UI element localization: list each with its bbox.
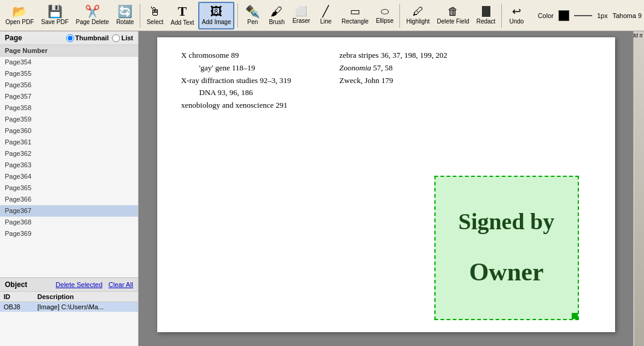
page-item[interactable]: Page358	[0, 102, 138, 114]
object-col-id: ID	[0, 292, 34, 302]
delete-selected-button[interactable]: Delete Selected	[55, 281, 102, 288]
object-id-cell: OBJ8	[0, 302, 34, 312]
object-col-description: Description	[34, 292, 138, 302]
pdf-area[interactable]: X chromosome 89 'gay' gene 118–19 X-ray …	[139, 31, 633, 346]
signature-line2: Owner	[469, 255, 544, 290]
save-pdf-icon: 💾	[48, 5, 63, 17]
delete-field-button[interactable]: 🗑 Delete Field	[434, 2, 472, 29]
main-layout: Page Thumbnail List Page Number Page354P…	[0, 31, 644, 346]
select-button[interactable]: 🖱 Select	[143, 2, 166, 29]
page-item[interactable]: Page368	[0, 217, 138, 228]
page-item[interactable]: Page365	[0, 182, 138, 194]
ellipse-label: Ellipse	[376, 17, 393, 24]
sidebar-title: Page	[5, 34, 22, 42]
page-item[interactable]: Page361	[0, 137, 138, 148]
right-scrollbar[interactable]	[634, 41, 644, 346]
page-items-container: Page354Page355Page356Page357Page358Page3…	[0, 57, 138, 239]
rotate-icon: 🔄	[117, 5, 133, 17]
rotate-button[interactable]: 🔄 Rotate	[113, 2, 137, 29]
highlight-icon: 🖊	[413, 6, 424, 17]
sidebar-header: Page Thumbnail List	[0, 31, 138, 45]
page-item[interactable]: Page355	[0, 68, 138, 79]
select-label: Select	[146, 19, 163, 25]
add-text-label: Add Text	[170, 19, 194, 26]
redact-icon: ▮	[482, 6, 490, 17]
list-radio[interactable]	[112, 34, 120, 42]
ellipse-button[interactable]: ⬭ Ellipse	[373, 2, 396, 29]
add-text-icon: T	[178, 5, 187, 18]
line-button[interactable]: ╱ Line	[314, 2, 337, 29]
ellipse-icon: ⬭	[381, 7, 389, 16]
signature-line1: Signed by	[458, 206, 554, 238]
pdf-left-column: X chromosome 89 'gay' gene 118–19 X-ray …	[181, 49, 292, 112]
thumbnail-radio[interactable]	[66, 34, 74, 42]
color-swatch[interactable]	[558, 10, 569, 21]
brush-button[interactable]: 🖌 Brush	[265, 2, 288, 29]
eraser-icon: ⬜	[295, 7, 307, 16]
list-radio-option[interactable]: List	[112, 34, 133, 42]
brush-label: Brush	[269, 19, 284, 25]
undo-button[interactable]: ↩ Undo	[505, 2, 528, 29]
thumbnail-radio-option[interactable]: Thumbnail	[66, 34, 109, 42]
rectangle-icon: ▭	[350, 6, 360, 17]
brush-icon: 🖌	[270, 5, 283, 17]
pdf-text-columns: X chromosome 89 'gay' gene 118–19 X-ray …	[181, 49, 591, 112]
page-delete-label: Page Delete	[76, 19, 109, 25]
object-table-body: OBJ8[Image] C:\Users\Ma...	[0, 302, 138, 312]
signature-image-box[interactable]: Signed by Owner	[434, 176, 579, 320]
add-image-icon: 🖼	[210, 5, 222, 17]
object-description-cell: [Image] C:\Users\Ma...	[34, 302, 138, 312]
object-table-row[interactable]: OBJ8[Image] C:\Users\Ma...	[0, 302, 138, 312]
eraser-button[interactable]: ⬜ Eraser	[289, 2, 313, 29]
separator-3	[399, 4, 400, 28]
font-label: Tahoma 9	[613, 12, 642, 19]
page-delete-button[interactable]: ✂️ Page Delete	[73, 2, 112, 29]
page-item[interactable]: Page366	[0, 194, 138, 205]
page-item[interactable]: Page354	[0, 57, 138, 68]
clear-all-button[interactable]: Clear All	[108, 281, 133, 288]
page-item[interactable]: Page359	[0, 114, 138, 125]
rectangle-button[interactable]: ▭ Rectangle	[339, 2, 372, 29]
rectangle-label: Rectangle	[342, 18, 369, 25]
delete-field-icon: 🗑	[448, 6, 458, 17]
page-item[interactable]: Page363	[0, 159, 138, 171]
redact-label: Redact	[477, 18, 496, 25]
undo-icon: ↩	[512, 6, 521, 17]
object-table: ID Description OBJ8[Image] C:\Users\Ma..…	[0, 292, 138, 312]
pdf-right-column: zebra stripes 36, 37, 198, 199, 202 Zoon…	[339, 49, 447, 112]
pdf-line-3: X-ray diffraction studies 92–3, 319	[181, 75, 292, 87]
save-pdf-label: Save PDF	[41, 19, 69, 25]
line-thickness-indicator	[574, 15, 592, 16]
pdf-right-line-1: zebra stripes 36, 37, 198, 199, 202	[339, 49, 447, 62]
delete-field-label: Delete Field	[437, 18, 469, 25]
add-image-button[interactable]: 🖼 Add Image	[198, 2, 234, 29]
pen-button[interactable]: ✒️ Pen	[241, 2, 264, 29]
add-text-button[interactable]: T Add Text	[167, 2, 197, 29]
page-list-header: Page Number	[0, 45, 138, 57]
redact-button[interactable]: ▮ Redact	[474, 2, 499, 29]
resize-handle[interactable]	[572, 313, 578, 319]
page-item[interactable]: Page364	[0, 171, 138, 182]
page-item[interactable]: Page356	[0, 79, 138, 91]
page-item[interactable]: Page357	[0, 91, 138, 102]
page-item[interactable]: Page362	[0, 148, 138, 159]
pdf-line-5: xenobiology and xenoscience 291	[181, 99, 292, 112]
object-panel: Object Delete Selected Clear All ID Desc…	[0, 277, 138, 346]
open-pdf-label: Open PDF	[5, 19, 34, 25]
thumbnail-label: Thumbnail	[75, 34, 109, 42]
add-image-label: Add Image	[202, 19, 231, 25]
undo-label: Undo	[509, 18, 524, 25]
object-rows-area: ID Description OBJ8[Image] C:\Users\Ma..…	[0, 292, 138, 346]
separator-2	[237, 4, 238, 28]
page-item[interactable]: Page369	[0, 228, 138, 239]
open-pdf-button[interactable]: 📂 Open PDF	[2, 2, 37, 29]
object-panel-header: Object Delete Selected Clear All	[0, 278, 138, 292]
page-item[interactable]: Page360	[0, 125, 138, 137]
line-icon: ╱	[322, 6, 329, 17]
page-item[interactable]: Page367	[0, 205, 138, 217]
highlight-button[interactable]: 🖊 Highlight	[403, 2, 433, 29]
pen-icon: ✒️	[245, 5, 260, 17]
px-label: 1px	[597, 12, 608, 19]
save-pdf-button[interactable]: 💾 Save PDF	[38, 2, 72, 29]
pdf-line-2: 'gay' gene 118–19	[199, 62, 292, 75]
